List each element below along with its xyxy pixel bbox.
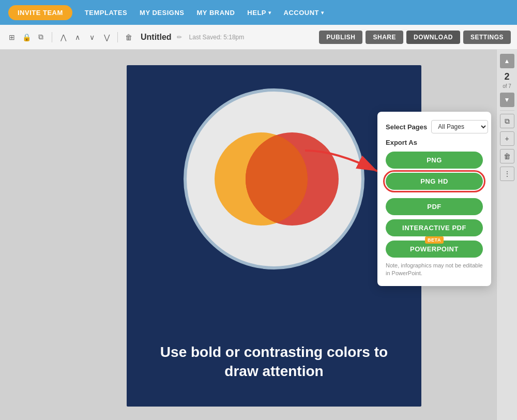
account-nav-link[interactable]: ACCOUNT ▾ bbox=[284, 9, 324, 17]
more-options-button[interactable]: ⋮ bbox=[500, 167, 514, 181]
document-title: Untitled bbox=[141, 33, 172, 42]
export-as-label: Export As bbox=[386, 139, 483, 146]
panel-note: Note, infographics may not be editable i… bbox=[386, 262, 483, 278]
publish-button[interactable]: PUBLISH bbox=[319, 31, 362, 44]
lock-icon[interactable]: 🔒 bbox=[21, 32, 32, 43]
top-navigation: INVITE TEAM TEMPLATES MY DESIGNS MY BRAN… bbox=[0, 0, 517, 25]
help-nav-link[interactable]: HELP ▾ bbox=[247, 9, 271, 17]
settings-button[interactable]: SETTINGS bbox=[463, 31, 511, 44]
select-pages-row: Select Pages All Pages Current Page bbox=[386, 120, 483, 133]
share-button[interactable]: SHARE bbox=[366, 31, 403, 44]
export-powerpoint-wrapper: BETA POWERPOINT bbox=[386, 241, 483, 258]
editor-toolbar: ⊞ 🔒 ⧉ ⋀ ∧ ∨ ⋁ 🗑 Untitled ✏ Last Saved: 5… bbox=[0, 25, 517, 50]
export-png-button[interactable]: PNG bbox=[386, 152, 483, 169]
move-down-small-icon[interactable]: ∨ bbox=[86, 32, 98, 43]
scroll-down-button[interactable]: ▼ bbox=[500, 93, 514, 107]
move-down-icon[interactable]: ⋁ bbox=[101, 32, 112, 43]
move-up-icon[interactable]: ⋀ bbox=[57, 32, 69, 43]
toolbar-divider-2 bbox=[117, 32, 118, 42]
scroll-up-button[interactable]: ▲ bbox=[500, 54, 514, 68]
copy-page-button[interactable]: ⧉ bbox=[500, 114, 514, 128]
invite-team-button[interactable]: INVITE TEAM bbox=[8, 5, 72, 20]
select-pages-label: Select Pages bbox=[386, 123, 427, 131]
export-pdf-button[interactable]: PDF bbox=[386, 198, 483, 215]
download-button[interactable]: DOWNLOAD bbox=[406, 31, 460, 44]
beta-badge: BETA bbox=[425, 236, 444, 244]
venn-diagram-container bbox=[176, 86, 372, 272]
page-number: 2 bbox=[503, 71, 511, 82]
toolbar-actions: PUBLISH SHARE DOWNLOAD SETTINGS bbox=[319, 31, 511, 44]
copy-icon[interactable]: ⧉ bbox=[35, 32, 47, 43]
sidebar-divider bbox=[500, 110, 514, 111]
last-saved-text: Last Saved: 5:18pm bbox=[189, 34, 245, 41]
help-caret-icon: ▾ bbox=[268, 10, 271, 16]
delete-page-button[interactable]: 🗑 bbox=[500, 149, 514, 163]
add-page-button[interactable]: + bbox=[500, 131, 514, 146]
page-of-text: of 7 bbox=[503, 83, 511, 89]
templates-nav-link[interactable]: TEMPLATES bbox=[85, 9, 127, 17]
design-caption: Use bold or contrasting colors to draw a… bbox=[147, 343, 401, 381]
grid-icon[interactable]: ⊞ bbox=[6, 32, 18, 43]
export-png-hd-wrapper: PNG HD bbox=[386, 173, 483, 190]
venn-svg bbox=[202, 107, 346, 251]
right-sidebar: ▲ 2 of 7 ▼ ⧉ + 🗑 ⋮ bbox=[496, 50, 517, 420]
export-interactive-pdf-button[interactable]: INTERACTIVE PDF bbox=[386, 219, 483, 236]
export-png-hd-button[interactable]: PNG HD bbox=[386, 173, 483, 190]
select-pages-dropdown[interactable]: All Pages Current Page bbox=[431, 120, 488, 133]
toolbar-divider-1 bbox=[52, 32, 52, 42]
account-caret-icon: ▾ bbox=[321, 10, 324, 16]
my-designs-nav-link[interactable]: MY DESIGNS bbox=[140, 9, 184, 17]
download-panel: Select Pages All Pages Current Page Expo… bbox=[377, 112, 491, 286]
delete-icon[interactable]: 🗑 bbox=[123, 32, 134, 43]
my-brand-nav-link[interactable]: MY BRAND bbox=[197, 9, 235, 17]
canvas-area: Use bold or contrasting colors to draw a… bbox=[0, 50, 517, 420]
page-indicator: 2 of 7 bbox=[503, 71, 511, 89]
move-up-small-icon[interactable]: ∧ bbox=[72, 32, 83, 43]
main-editor-area: Use bold or contrasting colors to draw a… bbox=[0, 50, 517, 420]
edit-title-icon[interactable]: ✏ bbox=[177, 34, 182, 41]
venn-outer-circle bbox=[184, 88, 364, 269]
